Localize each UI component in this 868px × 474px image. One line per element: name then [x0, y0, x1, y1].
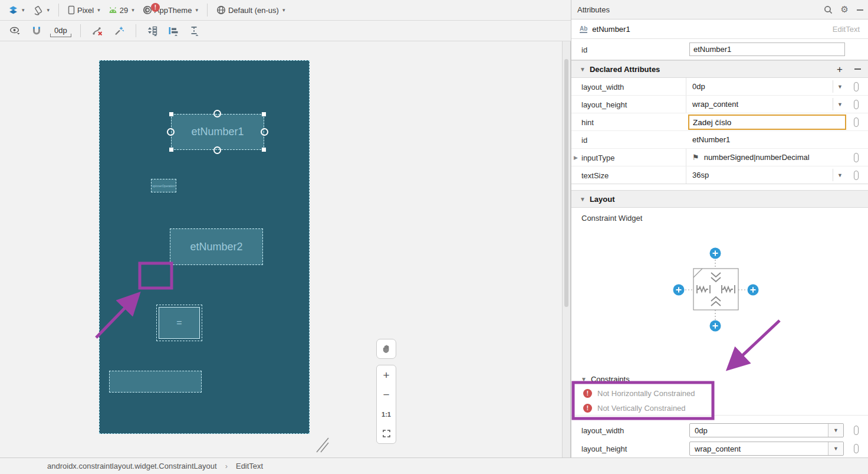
android-icon	[108, 6, 117, 14]
breadcrumb: androidx.constraintlayout.widget.Constra…	[0, 457, 868, 474]
canvas-resize-handle[interactable]	[313, 436, 333, 453]
constraint-anchor-right[interactable]	[261, 128, 268, 136]
remove-attribute-button[interactable]	[854, 68, 861, 70]
infer-constraints-button[interactable]	[111, 24, 127, 38]
theme-selector[interactable]: AppTheme▾	[140, 4, 200, 17]
zoom-out-button[interactable]: −	[376, 385, 396, 404]
component-type: EditText	[833, 25, 860, 34]
resource-picker-icon[interactable]	[854, 171, 859, 180]
zoom-actual-size-button[interactable]: 1:1	[376, 404, 396, 424]
dropdown-arrow-icon[interactable]: ▼	[828, 424, 843, 437]
orientation-button[interactable]: ▾	[31, 4, 52, 17]
resource-picker-icon[interactable]	[854, 100, 859, 109]
constraint-anchor-left[interactable]	[167, 128, 175, 136]
hand-icon	[382, 344, 392, 354]
layout-section-header[interactable]: ▼ Layout	[571, 190, 868, 208]
constraint-error-row[interactable]: ! Not Vertically Constrained	[571, 401, 868, 416]
minimize-icon[interactable]	[857, 9, 863, 11]
globe-icon	[216, 5, 226, 15]
widget-spinneroperation[interactable]: spinnerOperation	[151, 179, 176, 192]
design-editor: ▾ ▾ Pixel▾ 29▾ AppTheme▾ Default (en-us)	[0, 0, 406, 457]
breadcrumb-item-constraintlayout[interactable]: androidx.constraintlayout.widget.Constra…	[47, 462, 217, 470]
dropdown-arrow-icon[interactable]: ▼	[833, 80, 847, 93]
collapse-triangle-icon[interactable]: ▼	[580, 196, 586, 202]
widget-btncalculate[interactable]: =	[156, 305, 202, 341]
declared-attributes-header[interactable]: ▼ Declared Attributes +	[571, 60, 868, 78]
attr-row-id: id etNumber1	[571, 131, 868, 149]
hint-input[interactable]	[688, 115, 846, 130]
layout-width-combo[interactable]: 0dp ▼	[689, 423, 844, 437]
dropdown-arrow-icon[interactable]: ▼	[833, 169, 847, 181]
resource-picker-icon[interactable]	[854, 153, 859, 162]
breadcrumb-separator: ›	[225, 462, 228, 470]
id-input[interactable]	[689, 43, 845, 56]
align-button[interactable]	[166, 24, 181, 38]
resize-handle-nw[interactable]	[169, 112, 173, 116]
design-mode-button[interactable]: ▾	[6, 4, 27, 17]
attributes-scroll-gutter	[562, 41, 571, 457]
search-icon[interactable]	[824, 5, 833, 14]
eye-icon	[9, 26, 21, 35]
resize-handle-sw[interactable]	[169, 148, 173, 152]
widget-etnumber1[interactable]: etNumber1	[171, 114, 264, 150]
guideline-icon	[189, 26, 199, 36]
guideline-button[interactable]	[187, 24, 202, 38]
constraint-error-row[interactable]: ! Not Horizontally Constrained	[571, 386, 868, 401]
view-options-button[interactable]	[7, 24, 23, 37]
dropdown-arrow-icon[interactable]: ▼	[833, 98, 847, 110]
autoconnect-button[interactable]	[29, 24, 44, 37]
phone-screen[interactable]: etNumber1 spinnerOperation etNumber2	[99, 60, 310, 434]
layers-icon	[8, 5, 18, 15]
gear-icon[interactable]: ⚙	[841, 5, 849, 14]
resource-picker-icon[interactable]	[854, 426, 859, 435]
constraints-section-header[interactable]: ▼ Constraints	[571, 372, 868, 386]
rotate-device-icon	[33, 5, 44, 15]
constraints-row-layout-height: layout_height wrap_content ▼	[571, 440, 868, 457]
attr-row-layout-width: layout_width 0dp ▼	[571, 78, 868, 96]
attributes-title: Attributes	[577, 5, 610, 14]
magic-wand-icon	[114, 26, 124, 36]
constraint-anchor-top[interactable]	[213, 110, 221, 117]
resize-handle-ne[interactable]	[262, 112, 266, 116]
attributes-scrollbar[interactable]	[564, 59, 568, 307]
magnet-icon	[31, 26, 42, 35]
widget-labelresult[interactable]	[109, 371, 202, 393]
resource-picker-icon[interactable]	[854, 117, 859, 127]
collapse-triangle-icon[interactable]: ▼	[580, 66, 586, 73]
clear-constraints-icon	[92, 26, 103, 36]
android-studio-layout-editor: Palette ⚙ Common Text Buttons Widgets La…	[0, 0, 868, 474]
constraint-widget-label: Constraint Widget	[581, 214, 642, 223]
pan-button[interactable]	[376, 339, 396, 358]
zoom-in-button[interactable]: +	[376, 365, 396, 385]
flag-icon: ⚑	[692, 153, 699, 162]
pack-button[interactable]	[145, 24, 160, 38]
dropdown-arrow-icon[interactable]: ▼	[828, 442, 843, 455]
expand-triangle-icon[interactable]: ▶	[574, 155, 578, 161]
resource-picker-icon[interactable]	[854, 82, 859, 91]
zoom-controls: + − 1:1	[376, 365, 396, 444]
zoom-to-fit-button[interactable]	[376, 424, 396, 443]
add-attribute-button[interactable]: +	[837, 64, 843, 74]
breadcrumb-item-edittext[interactable]: EditText	[236, 462, 263, 470]
fit-screen-icon	[382, 429, 391, 438]
attr-row-hint: hint	[571, 113, 868, 131]
collapse-triangle-icon[interactable]: ▼	[581, 376, 587, 383]
device-selector[interactable]: Pixel▾	[65, 4, 103, 17]
widget-etnumber2[interactable]: etNumber2	[170, 228, 263, 265]
api-selector[interactable]: 29▾	[106, 4, 137, 17]
constraint-anchor-bottom[interactable]	[213, 146, 221, 154]
resize-handle-se[interactable]	[262, 148, 266, 152]
pan-control	[376, 339, 396, 359]
button-face: =	[159, 307, 200, 339]
error-icon: !	[583, 389, 592, 398]
locale-selector[interactable]: Default (en-us)▾	[214, 4, 288, 17]
attr-row-layout-height: layout_height wrap_content ▼	[571, 96, 868, 113]
clear-constraints-button[interactable]	[90, 24, 106, 38]
default-margin-control[interactable]: 0dp	[50, 25, 71, 37]
layout-height-combo[interactable]: wrap_content ▼	[689, 442, 844, 456]
render-errors-icon[interactable]: !	[151, 3, 160, 12]
edittext-icon: Ab	[580, 25, 587, 33]
pack-icon	[147, 26, 157, 36]
align-icon	[168, 26, 179, 36]
resource-picker-icon[interactable]	[854, 444, 859, 453]
